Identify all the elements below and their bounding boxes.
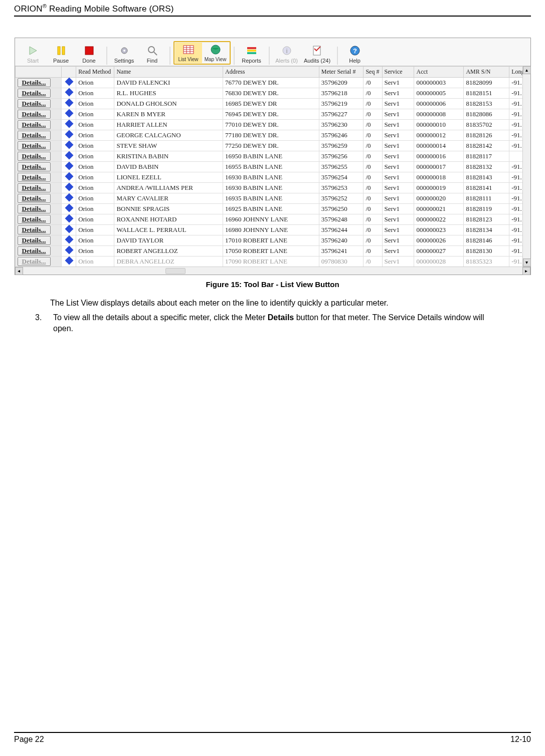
table-row[interactable]: Details...OrionDAVID TAYLOR17010 ROBERT … [15, 235, 530, 245]
details-button[interactable]: Details... [18, 89, 51, 98]
table-row[interactable]: Details...OrionSTEVE SHAW77250 DEWEY DR.… [15, 140, 530, 151]
details-button[interactable]: Details... [18, 99, 51, 108]
scroll-left-icon[interactable]: ◂ [15, 267, 23, 275]
cell-address: 16950 BABIN LANE [223, 151, 319, 161]
step-text-a: To view all the details about a specific… [53, 313, 268, 322]
col-address[interactable]: Address [223, 66, 319, 77]
details-button[interactable]: Details... [18, 257, 51, 266]
cell-address: 17010 ROBERT LANE [223, 235, 319, 245]
table-row[interactable]: Details...OrionWALLACE L. PERRAUL16980 J… [15, 224, 530, 235]
cell-address: 17090 ROBERT LANE [223, 256, 319, 267]
table-row[interactable]: Details...OrionKAREN B MYER76945 DEWEY D… [15, 109, 530, 119]
scroll-right-icon[interactable]: ▸ [522, 267, 530, 275]
col-name[interactable]: Name [114, 66, 223, 77]
cell-serial: 35796240 [319, 235, 364, 245]
alerts-button[interactable]: i Alerts (0) [273, 44, 301, 65]
cell-serial: 35796230 [319, 119, 364, 130]
cell-name: DONALD GHOLSON [114, 98, 223, 109]
table-row[interactable]: Details...OrionROBERT ANGELLOZ17050 ROBE… [15, 245, 530, 256]
toolbar: Start Pause Done Settings [15, 38, 530, 66]
table-row[interactable]: Details...OrionDAVID BABIN16955 BABIN LA… [15, 161, 530, 172]
settings-button[interactable]: Settings [110, 44, 138, 65]
table-row[interactable]: Details...OrionR.L. HUGHES76830 DEWEY DR… [15, 88, 530, 98]
table-row[interactable]: Details...OrionDAVID FALENCKI76770 DEWEY… [15, 77, 530, 88]
details-button[interactable]: Details... [18, 194, 51, 203]
col-acct[interactable]: Acct [414, 66, 464, 77]
listview-button[interactable]: List View [175, 43, 202, 63]
done-button[interactable]: Done [75, 44, 103, 65]
cell-address: 16985 DEWEY DR [223, 98, 319, 109]
cell-name: DEBRA ANGELLOZ [114, 256, 223, 267]
svg-marker-0 [30, 47, 37, 55]
col-service[interactable]: Service [382, 66, 414, 77]
cell-amr: 81828142 [464, 140, 509, 151]
cell-method: Orion [76, 130, 114, 140]
footer-rule [14, 732, 531, 733]
details-button[interactable]: Details... [18, 110, 51, 119]
pause-button[interactable]: Pause [47, 44, 75, 65]
table-row[interactable]: Details...OrionGEORGE CALCAGNO77180 DEWE… [15, 130, 530, 140]
cell-name: DAVID TAYLOR [114, 235, 223, 245]
cell-address: 16960 JOHNNY LANE [223, 214, 319, 224]
pause-icon [54, 45, 68, 57]
details-button[interactable]: Details... [18, 162, 51, 171]
cell-name: LIONEL EZELL [114, 172, 223, 182]
start-button[interactable]: Start [19, 44, 47, 65]
cell-seq: /0 [364, 98, 382, 109]
details-button[interactable]: Details... [18, 141, 51, 150]
table-row[interactable]: Details...OrionBONNIE SPRAGIS16925 BABIN… [15, 203, 530, 214]
table-row[interactable]: Details...OrionKRISTINA BABIN16950 BABIN… [15, 151, 530, 161]
cell-name: ANDREA /WILLIAMS PER [114, 182, 223, 193]
cell-amr: 81828119 [464, 203, 509, 214]
table-row[interactable]: Details...OrionDONALD GHOLSON16985 DEWEY… [15, 98, 530, 109]
status-diamond-icon [65, 172, 74, 180]
details-button[interactable]: Details... [18, 225, 51, 234]
table-row[interactable]: Details...OrionANDREA /WILLIAMS PER16930… [15, 182, 530, 193]
details-button[interactable]: Details... [18, 120, 51, 129]
reports-button[interactable]: Reports [238, 44, 266, 65]
scroll-thumb[interactable] [165, 268, 186, 274]
find-label: Find [147, 58, 157, 64]
table-row[interactable]: Details...OrionHARRIET ALLEN77010 DEWEY … [15, 119, 530, 130]
toolbar-separator [234, 47, 235, 65]
table-row[interactable]: Details...OrionROXANNE HOTARD16960 JOHNN… [15, 214, 530, 224]
col-status-icon[interactable] [62, 66, 76, 77]
details-button[interactable]: Details... [18, 246, 51, 256]
cell-seq: /0 [364, 77, 382, 88]
cell-seq: /0 [364, 256, 382, 267]
cell-address: 17050 ROBERT LANE [223, 245, 319, 256]
cell-name: STEVE SHAW [114, 140, 223, 151]
cell-name: ROBERT ANGELLOZ [114, 245, 223, 256]
details-button[interactable]: Details... [18, 236, 51, 245]
horizontal-scrollbar[interactable]: ◂ ▸ [15, 267, 530, 275]
cell-seq: /0 [364, 140, 382, 151]
details-button[interactable]: Details... [18, 183, 51, 192]
cell-seq: /0 [364, 161, 382, 172]
table-row[interactable]: Details...OrionMARY CAVALIER16935 BABIN … [15, 193, 530, 203]
find-button[interactable]: Find [138, 44, 166, 65]
body-paragraph: The List View displays details about eac… [50, 298, 517, 309]
scroll-down-icon[interactable]: ▾ [523, 259, 531, 267]
col-read-method[interactable]: Read Method [76, 66, 114, 77]
table-row[interactable]: Details...OrionDEBRA ANGELLOZ17090 ROBER… [15, 256, 530, 267]
details-button[interactable]: Details... [18, 204, 51, 213]
cell-acct: 000000028 [414, 256, 464, 267]
status-diamond-icon [65, 151, 74, 159]
vertical-scrollbar[interactable]: ▴ ▾ [522, 66, 530, 267]
cell-method: Orion [76, 214, 114, 224]
details-button[interactable]: Details... [18, 215, 51, 224]
col-details[interactable] [15, 66, 62, 77]
help-button[interactable]: ? Help [341, 44, 369, 65]
details-button[interactable]: Details... [18, 78, 51, 87]
scroll-up-icon[interactable]: ▴ [523, 66, 531, 74]
details-button[interactable]: Details... [18, 131, 51, 140]
mapview-button[interactable]: Map View [202, 43, 229, 63]
details-button[interactable]: Details... [18, 152, 51, 161]
col-seq[interactable]: Seq # [364, 66, 382, 77]
table-row[interactable]: Details...OrionLIONEL EZELL16930 BABIN L… [15, 172, 530, 182]
audits-button[interactable]: Audits (24) [301, 44, 334, 65]
cell-amr: 81828132 [464, 161, 509, 172]
col-meter-serial[interactable]: Meter Serial # [319, 66, 364, 77]
details-button[interactable]: Details... [18, 173, 51, 182]
col-amr[interactable]: AMR S/N [464, 66, 509, 77]
